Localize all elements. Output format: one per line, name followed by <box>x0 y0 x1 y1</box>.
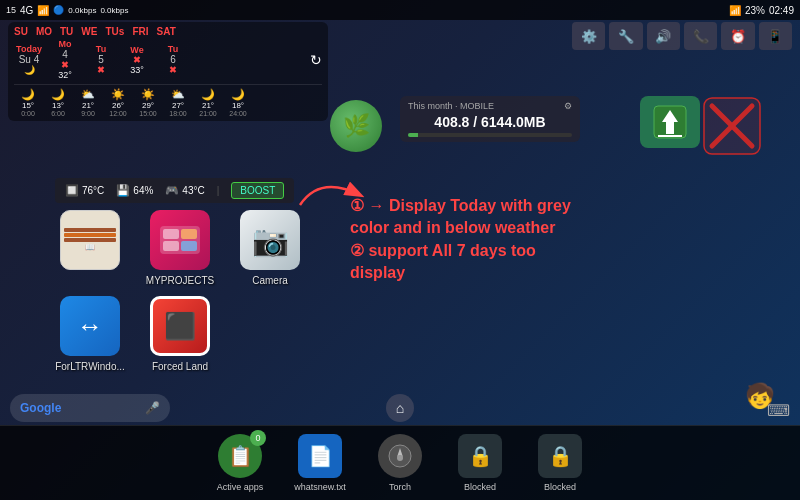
app-grid: 📖 MYPROJECTS 📷 Camera ↔ ForLTRWindo... <box>50 210 400 372</box>
wd-tu2: Tu 6 ✖ <box>158 44 188 75</box>
torch-icon[interactable] <box>378 434 422 478</box>
blocked2-icon[interactable]: 🔒 <box>538 434 582 478</box>
book-icon-img: 📖 <box>60 210 120 270</box>
wh-21: 🌙 21° 21:00 <box>194 88 222 117</box>
app-icon-forced-land[interactable]: ⬛ Forced Land <box>140 296 220 372</box>
wh-0: 🌙 15° 0:00 <box>14 88 42 117</box>
forced-icon-img: ⬛ <box>150 296 210 356</box>
app-icon-myprojects[interactable]: MYPROJECTS <box>140 210 220 286</box>
wh-su: SU <box>14 26 28 37</box>
active-apps-icon[interactable]: 📋 0 <box>218 434 262 478</box>
status-bar: 15 4G 📶 🔵 0.0kbps 0.0kbps 📶 23% 02:49 <box>0 0 800 20</box>
quick-settings: ⚙️ 🔧 🔊 📞 ⏰ 📱 <box>572 22 792 50</box>
qs-tools[interactable]: 🔧 <box>609 22 642 50</box>
data-bar-fill <box>408 133 418 137</box>
camera-icon-img: 📷 <box>240 210 300 270</box>
qs-device[interactable]: 📱 <box>759 22 792 50</box>
cpu-icon: 🔲 <box>65 184 79 197</box>
dock: 📋 0 Active apps 📄 whatsnew.txt Torch 🔒 B… <box>0 425 800 500</box>
wd-tu: Tu 5 ✖ <box>86 44 116 75</box>
wh-sat: SAT <box>156 26 175 37</box>
data-bar <box>408 133 572 137</box>
data-widget: This month · MOBILE ⚙ 408.8 / 6144.0MB <box>400 96 580 142</box>
dock-blocked1[interactable]: 🔒 Blocked <box>450 434 510 492</box>
forltr-label: ForLTRWindo... <box>55 361 125 372</box>
wh-mo: MO <box>36 26 52 37</box>
google-logo: Google <box>20 401 61 415</box>
status-wifi-icon: 📶 <box>37 5 49 16</box>
status-signal-icon: 📶 <box>729 5 741 16</box>
weather-header: SU MO TU WE TUs FRI SAT <box>14 26 322 37</box>
cpu-value: 76°C <box>82 185 104 196</box>
divider: | <box>217 185 220 196</box>
qs-settings[interactable]: ⚙️ <box>572 22 605 50</box>
wh-6: 🌙 13° 6:00 <box>44 88 72 117</box>
torch-label: Torch <box>389 482 411 492</box>
dock-whatsnew[interactable]: 📄 whatsnew.txt <box>290 434 350 492</box>
blocked1-label: Blocked <box>464 482 496 492</box>
wh-15: ☀️ 29° 15:00 <box>134 88 162 117</box>
google-search-bar[interactable]: Google 🎤 <box>10 394 170 422</box>
app-icon-forltr[interactable]: ↔ ForLTRWindo... <box>50 296 130 372</box>
weather-days: Today Su 4 🌙 Mo 4 ✖ 32° Tu 5 ✖ We ✖ 33° … <box>14 39 322 80</box>
myprojects-label: MYPROJECTS <box>146 275 214 286</box>
perf-bar: 🔲 76°C 💾 64% 🎮 43°C | BOOST <box>55 178 294 203</box>
active-apps-label: Active apps <box>217 482 264 492</box>
qs-alarm[interactable]: ⏰ <box>721 22 754 50</box>
wd-today: Today Su 4 🌙 <box>14 44 44 75</box>
app-icon-camera[interactable]: 📷 Camera <box>230 210 310 286</box>
status-left: 15 4G 📶 🔵 0.0kbps 0.0kbps <box>6 5 128 16</box>
wh-we: WE <box>81 26 97 37</box>
status-data-up: 0.0kbps <box>100 6 128 15</box>
status-bt-icon: 🔵 <box>53 5 64 15</box>
qs-sound[interactable]: 🔊 <box>647 22 680 50</box>
weather-refresh[interactable]: ↻ <box>310 52 322 68</box>
blocked1-icon[interactable]: 🔒 <box>458 434 502 478</box>
dock-blocked2[interactable]: 🔒 Blocked <box>530 434 590 492</box>
data-gear[interactable]: ⚙ <box>564 101 572 111</box>
data-amount: 408.8 / 6144.0MB <box>408 114 572 130</box>
active-apps-badge: 0 <box>250 430 266 446</box>
whatsnew-label: whatsnew.txt <box>294 482 346 492</box>
app-icon-empty <box>320 210 400 286</box>
wh-12: ☀️ 26° 12:00 <box>104 88 132 117</box>
wh-fri: FRI <box>132 26 148 37</box>
upload-widget[interactable] <box>640 96 700 148</box>
gpu-icon: 🎮 <box>165 184 179 197</box>
ram-usage: 💾 64% <box>116 184 153 197</box>
ram-icon: 💾 <box>116 184 130 197</box>
wd-mo: Mo 4 ✖ 32° <box>50 39 80 80</box>
data-label: This month · MOBILE <box>408 101 494 111</box>
wh-18: ⛅ 27° 18:00 <box>164 88 192 117</box>
qs-phone[interactable]: 📞 <box>684 22 717 50</box>
camera-label: Camera <box>252 275 288 286</box>
status-time-left: 15 <box>6 5 16 15</box>
app-icon-book[interactable]: 📖 <box>50 210 130 286</box>
status-battery: 23% <box>745 5 765 16</box>
wh-9: ⛅ 21° 9:00 <box>74 88 102 117</box>
gpu-temp: 🎮 43°C <box>165 184 204 197</box>
svg-point-8 <box>397 455 403 461</box>
google-mic-icon[interactable]: 🎤 <box>145 401 160 415</box>
cpu-temp: 🔲 76°C <box>65 184 104 197</box>
status-data-speed: 0.0kbps <box>68 6 96 15</box>
whatsnew-icon[interactable]: 📄 <box>298 434 342 478</box>
status-right: 📶 23% 02:49 <box>729 5 794 16</box>
dock-active-apps[interactable]: 📋 0 Active apps <box>210 434 270 492</box>
data-label-row: This month · MOBILE ⚙ <box>408 101 572 111</box>
keyboard-icon[interactable]: ⌨ <box>767 401 790 420</box>
status-4g-icon: 4G <box>20 5 33 16</box>
blocked-widget[interactable] <box>702 96 762 156</box>
greenify-widget[interactable]: 🌿 <box>330 100 382 152</box>
greenify-icon[interactable]: 🌿 <box>330 100 382 152</box>
wh-tu: TU <box>60 26 73 37</box>
weather-hourly: 🌙 15° 0:00 🌙 13° 6:00 ⛅ 21° 9:00 ☀️ 26° … <box>14 84 322 117</box>
boost-button[interactable]: BOOST <box>231 182 284 199</box>
status-time: 02:49 <box>769 5 794 16</box>
forltr-icon-img: ↔ <box>60 296 120 356</box>
ram-value: 64% <box>133 185 153 196</box>
dock-torch[interactable]: Torch <box>370 434 430 492</box>
home-button[interactable]: ⌂ <box>386 394 414 422</box>
weather-widget: SU MO TU WE TUs FRI SAT Today Su 4 🌙 Mo … <box>8 22 328 121</box>
blocked2-label: Blocked <box>544 482 576 492</box>
